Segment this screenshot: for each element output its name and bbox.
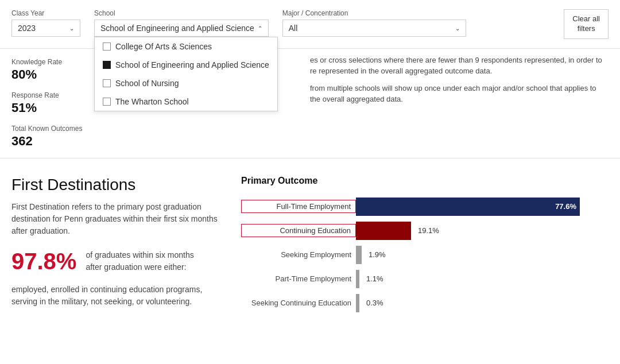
bar-label-3: Part-Time Employment xyxy=(241,274,356,283)
bar-container-4: 0.3% xyxy=(356,294,383,312)
chart-bar-row-4: Seeking Continuing Education0.3% xyxy=(241,294,609,312)
chevron-down-icon: ⌄ xyxy=(69,25,74,32)
chart-bar-row-3: Part-Time Employment1.1% xyxy=(241,270,609,288)
school-option-engineering[interactable]: School of Engineering and Applied Scienc… xyxy=(95,56,277,74)
bar-pct-outside-3: 1.1% xyxy=(363,274,383,283)
bar-container-2: 1.9% xyxy=(356,246,386,264)
knowledge-rate-block: Knowledge Rate 80% xyxy=(11,58,82,82)
school-option-nursing-label: School of Nursing xyxy=(115,79,179,88)
notes-area: es or cross selections where there are f… xyxy=(310,55,609,111)
checkbox-arts[interactable] xyxy=(103,42,111,51)
checkbox-nursing[interactable] xyxy=(103,79,111,87)
fd-chart-panel: Primary Outcome Full-Time Employment77.6… xyxy=(241,176,609,318)
chevron-up-icon: ⌃ xyxy=(258,25,262,32)
school-select[interactable]: School of Engineering and Applied Scienc… xyxy=(94,20,269,37)
class-year-value: 2023 xyxy=(18,24,36,33)
stats-section: Knowledge Rate 80% Response Rate 51% Tot… xyxy=(0,49,620,158)
checkbox-engineering[interactable] xyxy=(103,61,111,69)
major-select[interactable]: All ⌄ xyxy=(282,20,466,37)
chart-bar-row-1: Continuing Education19.1% xyxy=(241,222,609,240)
note-1: es or cross selections where there are f… xyxy=(310,55,609,77)
school-value: School of Engineering and Applied Scienc… xyxy=(100,24,254,33)
bar-pct-outside-2: 1.9% xyxy=(365,250,386,259)
major-value: All xyxy=(289,24,298,33)
fd-stat-row: 97.8% of graduates within six months aft… xyxy=(11,249,218,274)
chart-bar-row-0: Full-Time Employment77.6% xyxy=(241,198,609,216)
filter-bar: Class Year 2023 ⌄ School School of Engin… xyxy=(0,0,620,49)
total-known-outcomes-block: Total Known Outcomes 362 xyxy=(11,125,82,149)
bar-pct-outside-4: 0.3% xyxy=(363,299,383,307)
school-option-arts-label: College Of Arts & Sciences xyxy=(115,42,212,51)
checkbox-wharton[interactable] xyxy=(103,98,111,106)
response-rate-label: Response Rate xyxy=(11,91,82,99)
school-option-wharton[interactable]: The Wharton School xyxy=(95,92,277,111)
response-rate-block: Response Rate 51% xyxy=(11,91,82,115)
bar-container-1: 19.1% xyxy=(356,222,439,240)
fd-title: First Destinations xyxy=(11,176,218,194)
class-year-label: Class Year xyxy=(11,9,80,17)
school-label: School xyxy=(94,9,269,17)
total-known-outcomes-value: 362 xyxy=(11,134,82,149)
bar-pct-inside-0: 77.6% xyxy=(555,202,576,211)
school-option-arts[interactable]: College Of Arts & Sciences xyxy=(95,37,277,56)
bar-fill-1 xyxy=(356,222,411,240)
chart-bar-row-2: Seeking Employment1.9% xyxy=(241,246,609,264)
first-destinations-section: First Destinations First Destination ref… xyxy=(0,158,620,335)
bar-pct-outside-1: 19.1% xyxy=(414,226,439,235)
chart-bars: Full-Time Employment77.6%Continuing Educ… xyxy=(241,198,609,312)
chevron-down-icon-major: ⌄ xyxy=(455,25,460,32)
major-filter: Major / Concentration All ⌄ xyxy=(282,9,466,37)
bar-container-0: 77.6% xyxy=(356,198,580,216)
total-known-outcomes-label: Total Known Outcomes xyxy=(11,125,82,133)
school-option-wharton-label: The Wharton School xyxy=(115,97,189,106)
fd-description: First Destination refers to the primary … xyxy=(11,201,218,237)
school-dropdown-menu: College Of Arts & Sciences School of Eng… xyxy=(94,37,278,111)
fd-footer-desc: employed, enrolled in continuing educati… xyxy=(11,284,218,308)
knowledge-rate-value: 80% xyxy=(11,67,82,82)
bar-fill-3 xyxy=(356,270,359,288)
clear-filters-button[interactable]: Clear all filters xyxy=(564,9,609,39)
bar-fill-2 xyxy=(356,246,362,264)
bar-container-3: 1.1% xyxy=(356,270,383,288)
bar-fill-0: 77.6% xyxy=(356,198,580,216)
stats-column: Knowledge Rate 80% Response Rate 51% Tot… xyxy=(11,58,82,149)
bar-fill-4 xyxy=(356,294,359,312)
response-rate-value: 51% xyxy=(11,100,82,115)
fd-left-panel: First Destinations First Destination ref… xyxy=(11,176,218,318)
school-option-nursing[interactable]: School of Nursing xyxy=(95,74,277,92)
major-label: Major / Concentration xyxy=(282,9,466,17)
class-year-filter: Class Year 2023 ⌄ xyxy=(11,9,80,37)
chart-title: Primary Outcome xyxy=(241,176,609,186)
bar-label-1: Continuing Education xyxy=(241,224,356,237)
school-option-engineering-label: School of Engineering and Applied Scienc… xyxy=(115,60,269,69)
fd-stat-desc: of graduates within six months after gra… xyxy=(86,249,200,273)
bar-label-0: Full-Time Employment xyxy=(241,200,356,213)
bar-label-4: Seeking Continuing Education xyxy=(241,299,356,307)
note-2: from multiple schools will show up once … xyxy=(310,83,609,105)
bar-label-2: Seeking Employment xyxy=(241,250,356,259)
class-year-select[interactable]: 2023 ⌄ xyxy=(11,20,80,37)
school-filter: School School of Engineering and Applied… xyxy=(94,9,269,37)
knowledge-rate-label: Knowledge Rate xyxy=(11,58,82,66)
fd-big-percent: 97.8% xyxy=(11,249,76,274)
